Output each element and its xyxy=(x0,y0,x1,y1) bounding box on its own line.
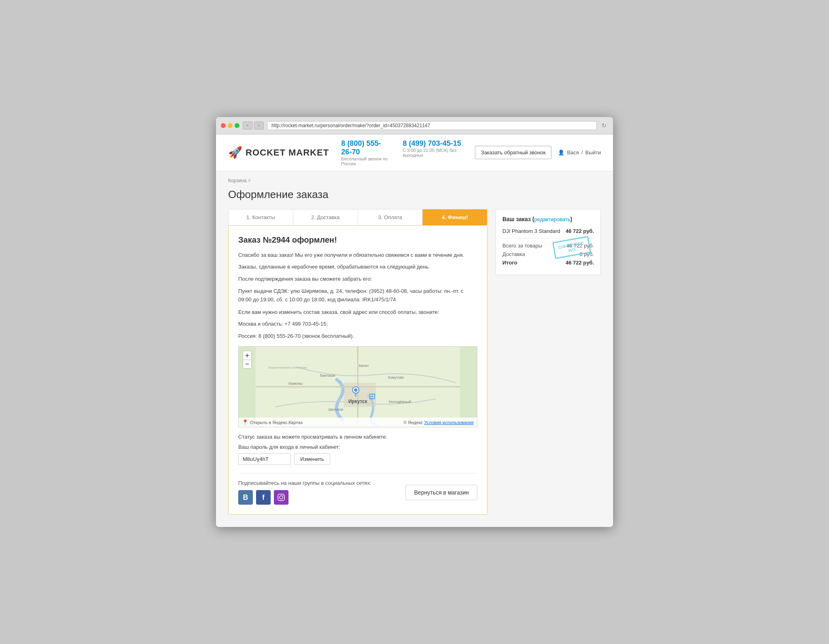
svg-point-18 xyxy=(280,496,283,499)
pickup-info: Пункт выдачи СДЭК: улю Ширямова, д. 24, … xyxy=(238,287,477,304)
svg-text:Молодёжный: Молодёжный xyxy=(389,400,411,404)
change-label: Если вам нужно изменить состав заказа, с… xyxy=(238,308,477,316)
steps-tabs: 1. Контакты 2. Доставка 3. Оплата 4. Фин… xyxy=(228,209,487,225)
svg-text:Мамоны: Мамоны xyxy=(288,382,303,386)
reload-btn[interactable]: ↻ xyxy=(600,122,608,130)
browser-titlebar: ‹ › http://rocket-market.ru/personal/ord… xyxy=(216,117,613,134)
password-input[interactable] xyxy=(238,453,291,465)
step-tab-2[interactable]: 2. Доставка xyxy=(293,209,358,225)
step-tab-3[interactable]: 3. Оплата xyxy=(358,209,423,225)
order-confirmed-title: Заказ №2944 оформлен! xyxy=(238,235,477,245)
total-label-goods: Всего за товары xyxy=(502,243,542,249)
logo-text: ROCKET MARKET xyxy=(246,147,329,158)
change-russia: Россия: 8 (800) 555-26-70 (звонок беспла… xyxy=(238,332,477,340)
svg-text:Хомутово: Хомутово xyxy=(388,376,404,380)
sidebar: Ваш заказ (редактировать) DJI Phantom 3 … xyxy=(496,209,601,275)
map-zoom-in[interactable]: + xyxy=(243,351,252,360)
total-label-final: Итого xyxy=(502,260,517,266)
dot-yellow[interactable] xyxy=(228,123,233,128)
social-section: Подписывайтесь на наши группы в социальн… xyxy=(238,473,477,505)
total-label-delivery: Доставка xyxy=(502,251,525,257)
separator: / xyxy=(581,149,583,156)
user-icon: 👤 xyxy=(558,149,564,156)
main-layout: 1. Контакты 2. Доставка 3. Оплата 4. Фин… xyxy=(228,209,601,515)
total-row-goods: Всего за товары 46 722 руб. xyxy=(502,243,594,249)
map-controls: + − xyxy=(243,351,252,369)
back-nav-btn[interactable]: ‹ xyxy=(243,122,252,130)
browser-dots xyxy=(221,123,239,128)
map-svg: Иркутск Баклаши Хомутово Мамоны Молодёжн… xyxy=(239,347,477,427)
svg-text:Иркутск: Иркутск xyxy=(348,399,367,404)
social-icons: В f xyxy=(238,490,371,505)
phone-block-1: 8 (800) 555-26-70 Бесплатный звонок по Р… xyxy=(341,139,391,166)
phone-number-2[interactable]: 8 (499) 703-45-15 xyxy=(403,139,463,148)
change-moscow: Москва и область: +7 499 703-45-15; xyxy=(238,320,477,328)
svg-text:Баклаши: Баклаши xyxy=(320,374,335,378)
map-open-link[interactable]: 📍 Открыть в Яндекс.Картах xyxy=(242,419,303,425)
breadcrumb: Корзина > xyxy=(228,178,601,183)
back-to-shop-button[interactable]: Вернуться в магазин xyxy=(406,485,477,500)
sidebar-box: Ваш заказ (редактировать) DJI Phantom 3 … xyxy=(496,209,601,275)
map-footer: 📍 Открыть в Яндекс.Картах © Яндекс Услов… xyxy=(239,418,477,427)
total-value-delivery: 0 руб. xyxy=(579,251,594,257)
logo-rocket-icon: 🚀 xyxy=(228,146,242,159)
password-label: Ваш пароль для входа в личный кабинет: xyxy=(238,444,477,450)
header-actions: Заказать обратный звонок 👤 Вася / Выйти xyxy=(475,146,601,159)
phone-number-1[interactable]: 8 (800) 555-26-70 xyxy=(341,139,391,156)
address-bar[interactable]: http://rocket-market.ru/personal/order/m… xyxy=(267,121,597,130)
instagram-icon[interactable] xyxy=(274,490,288,505)
map-open-text[interactable]: Открыть в Яндекс.Картах xyxy=(250,420,303,425)
browser-nav: ‹ › xyxy=(243,122,264,130)
map-yandex-credit: © Яндекс Условия использования xyxy=(404,420,474,425)
logout-link[interactable]: Выйти xyxy=(585,149,601,156)
change-password-button[interactable]: Изменить xyxy=(294,453,330,465)
header-phones: 8 (800) 555-26-70 Бесплатный звонок по Р… xyxy=(341,139,463,166)
phone-block-2: 8 (499) 703-45-15 С 9:00 до 21:00 (МСК) … xyxy=(403,139,463,166)
sidebar-edit-link[interactable]: редактировать xyxy=(534,216,570,222)
site-header: 🚀 ROCKET MARKET 8 (800) 555-26-70 Беспла… xyxy=(216,134,613,171)
phone-subtitle-2: С 9:00 до 21:00 (МСК) без выходных xyxy=(403,148,463,158)
sidebar-item-price: 46 722 руб. xyxy=(566,228,594,234)
dot-green[interactable] xyxy=(235,123,239,128)
total-row-delivery: Доставка 0 руб. ОФОРМЛЕНО xyxy=(502,251,594,257)
svg-point-13 xyxy=(354,388,357,392)
svg-rect-17 xyxy=(278,494,284,501)
user-name: Вася xyxy=(567,149,579,156)
user-info: 👤 Вася / Выйти xyxy=(558,149,601,156)
sidebar-item-row: DJI Phantom 3 Standard 46 722 руб. xyxy=(502,228,594,239)
page-body: Корзина > Оформление заказа 1. Контакты … xyxy=(216,171,613,527)
page-title: Оформление заказа xyxy=(228,188,601,201)
facebook-icon[interactable]: f xyxy=(256,490,271,505)
status-text: Статус заказа вы можете просматривать в … xyxy=(238,434,477,440)
order-text-2: Заказы, сделанные в нерабочее время, обр… xyxy=(238,263,477,271)
dot-red[interactable] xyxy=(221,123,226,128)
map-pin-icon: 📍 xyxy=(242,419,248,425)
svg-text:Шелехов: Шелехов xyxy=(328,408,343,412)
svg-point-19 xyxy=(283,495,284,496)
logo[interactable]: 🚀 ROCKET MARKET xyxy=(228,146,329,159)
sidebar-title: Ваш заказ (редактировать) xyxy=(502,216,594,222)
map-zoom-out[interactable]: − xyxy=(243,360,252,369)
callback-button[interactable]: Заказать обратный звонок xyxy=(475,146,552,159)
social-label: Подписывайтесь на наши группы в социальн… xyxy=(238,480,371,486)
order-box: Заказ №2944 оформлен! Спасибо за ваш зак… xyxy=(228,225,487,515)
order-text-1: Спасибо за ваш заказ! Мы его уже получил… xyxy=(238,251,477,259)
total-value-goods: 46 722 руб. xyxy=(566,243,594,249)
forward-nav-btn[interactable]: › xyxy=(254,122,264,130)
map-container: Иркутск Баклаши Хомутово Мамоны Молодёжн… xyxy=(238,346,477,427)
main-content: 1. Контакты 2. Доставка 3. Оплата 4. Фин… xyxy=(228,209,487,515)
vk-icon[interactable]: В xyxy=(238,490,253,505)
sidebar-item-name: DJI Phantom 3 Standard xyxy=(502,228,560,234)
map-terms-link[interactable]: Условия использования xyxy=(424,420,474,425)
browser-window: ‹ › http://rocket-market.ru/personal/ord… xyxy=(216,117,613,527)
social-left: Подписывайтесь на наши группы в социальн… xyxy=(238,480,371,505)
step-tab-4[interactable]: 4. Финиш! xyxy=(423,209,487,225)
pickup-label: После подтверждения заказа вы сможете за… xyxy=(238,275,477,284)
sidebar-totals: Всего за товары 46 722 руб. Доставка 0 р… xyxy=(502,243,594,266)
password-section: Ваш пароль для входа в личный кабинет: И… xyxy=(238,444,477,465)
step-tab-1[interactable]: 1. Контакты xyxy=(229,209,293,225)
svg-text:Лышееланское поселение: Лышееланское поселение xyxy=(268,366,307,370)
svg-text:Мегет: Мегет xyxy=(359,364,369,368)
password-row: Изменить xyxy=(238,453,477,465)
total-row-final: Итого 46 722 руб. xyxy=(502,260,594,266)
